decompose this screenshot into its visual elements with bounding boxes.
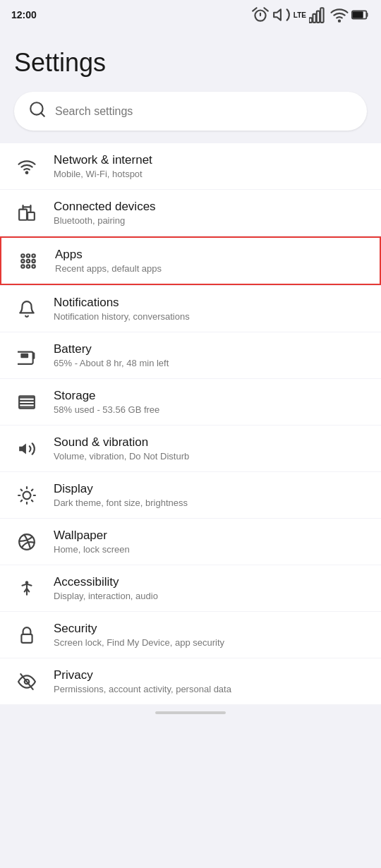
svg-point-25 xyxy=(27,265,30,267)
svg-rect-9 xyxy=(353,11,363,18)
header-section: Settings xyxy=(0,27,381,138)
wifi-icon xyxy=(14,154,40,179)
settings-item-display[interactable]: Display Dark theme, font size, brightnes… xyxy=(0,472,381,518)
svg-point-36 xyxy=(23,491,31,499)
privacy-subtitle: Permissions, account activity, personal … xyxy=(54,684,231,694)
apps-subtitle: Recent apps, default apps xyxy=(55,263,162,274)
settings-item-connected-devices[interactable]: Connected devices Bluetooth, pairing xyxy=(0,190,381,236)
signal-icon xyxy=(309,6,327,24)
network-title: Network & internet xyxy=(54,153,152,167)
svg-rect-6 xyxy=(320,8,323,23)
battery-status-icon xyxy=(351,6,370,24)
accessibility-title: Accessibility xyxy=(54,575,158,589)
svg-line-11 xyxy=(41,113,44,116)
search-bar[interactable] xyxy=(14,92,367,131)
display-subtitle: Dark theme, font size, brightness xyxy=(54,498,188,508)
apps-title: Apps xyxy=(55,248,162,262)
search-input[interactable] xyxy=(55,105,353,118)
display-title: Display xyxy=(54,482,188,496)
settings-item-wallpaper[interactable]: Wallpaper Home, lock screen xyxy=(0,519,381,565)
svg-line-39 xyxy=(21,489,23,490)
svg-point-12 xyxy=(26,171,28,174)
network-subtitle: Mobile, Wi-Fi, hotspot xyxy=(54,169,152,179)
svg-rect-14 xyxy=(28,212,35,219)
svg-rect-5 xyxy=(317,11,320,23)
settings-item-security[interactable]: Security Screen lock, Find My Device, ap… xyxy=(0,612,381,658)
page-title: Settings xyxy=(14,48,367,78)
sound-icon xyxy=(14,436,40,462)
svg-marker-35 xyxy=(19,443,26,454)
wallpaper-title: Wallpaper xyxy=(54,529,130,543)
privacy-icon xyxy=(14,669,40,694)
svg-point-22 xyxy=(27,259,30,262)
security-title: Security xyxy=(54,622,224,636)
search-icon xyxy=(28,100,47,122)
wifi-status-icon xyxy=(330,6,349,24)
scrollbar-indicator xyxy=(155,711,226,714)
battery-icon xyxy=(14,343,40,368)
storage-icon xyxy=(14,390,40,415)
accessibility-icon xyxy=(14,576,40,601)
status-bar: 12:00 LTE xyxy=(0,0,381,27)
svg-marker-2 xyxy=(274,9,281,20)
svg-rect-28 xyxy=(20,353,28,358)
alarm-icon xyxy=(251,6,270,24)
settings-item-privacy[interactable]: Privacy Permissions, account activity, p… xyxy=(0,658,381,704)
bell-icon xyxy=(14,296,40,322)
svg-point-23 xyxy=(32,259,35,262)
svg-line-40 xyxy=(32,500,33,501)
notifications-subtitle: Notification history, conversations xyxy=(54,311,190,322)
connected-devices-title: Connected devices xyxy=(54,200,156,214)
security-icon xyxy=(14,622,40,648)
svg-rect-13 xyxy=(19,209,27,219)
settings-item-notifications[interactable]: Notifications Notification history, conv… xyxy=(0,286,381,332)
svg-point-24 xyxy=(21,265,24,267)
volume-icon xyxy=(272,6,291,24)
settings-item-accessibility[interactable]: Accessibility Display, interaction, audi… xyxy=(0,565,381,611)
svg-point-7 xyxy=(339,20,340,22)
settings-item-sound[interactable]: Sound & vibration Volume, vibration, Do … xyxy=(0,426,381,471)
settings-item-storage[interactable]: Storage 58% used - 53.56 GB free xyxy=(0,379,381,425)
sound-title: Sound & vibration xyxy=(54,435,189,450)
battery-title: Battery xyxy=(54,342,169,356)
status-icons: LTE xyxy=(251,6,370,24)
svg-line-43 xyxy=(21,500,23,501)
connected-devices-subtitle: Bluetooth, pairing xyxy=(54,215,156,226)
storage-title: Storage xyxy=(54,389,159,403)
settings-item-battery[interactable]: Battery 65% - About 8 hr, 48 min left xyxy=(0,332,381,378)
notifications-title: Notifications xyxy=(54,296,190,310)
svg-point-18 xyxy=(21,254,24,257)
wallpaper-icon xyxy=(14,529,40,555)
sound-subtitle: Volume, vibration, Do Not Disturb xyxy=(54,451,189,462)
svg-point-21 xyxy=(21,259,24,262)
settings-item-network[interactable]: Network & internet Mobile, Wi-Fi, hotspo… xyxy=(0,143,381,189)
devices-icon xyxy=(14,200,40,226)
svg-point-20 xyxy=(32,254,35,257)
accessibility-subtitle: Display, interaction, audio xyxy=(54,591,158,601)
privacy-title: Privacy xyxy=(54,668,231,682)
svg-point-19 xyxy=(27,254,30,257)
storage-subtitle: 58% used - 53.56 GB free xyxy=(54,404,159,415)
lte-badge: LTE xyxy=(294,11,306,19)
settings-list: Network & internet Mobile, Wi-Fi, hotspo… xyxy=(0,143,381,704)
status-time: 12:00 xyxy=(11,9,37,20)
svg-line-44 xyxy=(32,489,33,490)
svg-rect-4 xyxy=(313,14,315,23)
svg-rect-3 xyxy=(309,18,312,23)
svg-point-26 xyxy=(32,265,35,267)
settings-item-apps[interactable]: Apps Recent apps, default apps xyxy=(0,236,381,285)
wallpaper-subtitle: Home, lock screen xyxy=(54,544,130,555)
display-icon xyxy=(14,483,40,508)
apps-icon xyxy=(16,248,41,274)
security-subtitle: Screen lock, Find My Device, app securit… xyxy=(54,637,224,648)
svg-rect-48 xyxy=(21,634,32,642)
battery-subtitle: 65% - About 8 hr, 48 min left xyxy=(54,358,169,368)
